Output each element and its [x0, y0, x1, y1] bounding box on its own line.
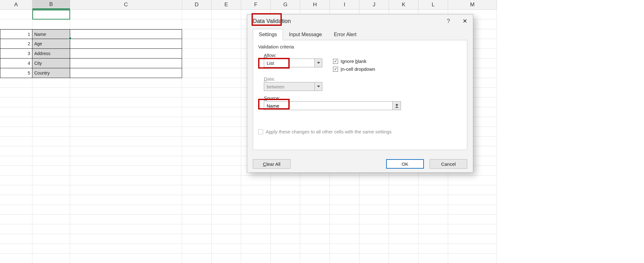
cell-B2[interactable]: [32, 20, 70, 29]
cell-C19[interactable]: [70, 185, 182, 195]
cell-E8[interactable]: [212, 78, 241, 88]
cell-B4[interactable]: Age: [32, 39, 70, 49]
cell-G18[interactable]: [271, 176, 300, 185]
cell-E26[interactable]: [212, 254, 241, 263]
cell-D26[interactable]: [182, 254, 212, 263]
cell-C10[interactable]: [70, 98, 182, 107]
cell-J24[interactable]: [359, 234, 389, 244]
cell-K19[interactable]: [389, 185, 419, 195]
cell-G20[interactable]: [271, 195, 300, 205]
cell-C12[interactable]: [70, 117, 182, 127]
cell-C5[interactable]: [70, 49, 182, 59]
col-header-H[interactable]: H: [300, 0, 330, 9]
col-header-G[interactable]: G: [271, 0, 300, 9]
cell-H18[interactable]: [300, 176, 330, 185]
cell-L18[interactable]: [419, 176, 448, 185]
cell-B12[interactable]: [32, 117, 70, 127]
cell-L25[interactable]: [419, 244, 448, 254]
cell-G21[interactable]: [271, 205, 300, 215]
cell-L20[interactable]: [419, 195, 448, 205]
cell-D25[interactable]: [182, 244, 212, 254]
cell-D4[interactable]: [182, 39, 212, 49]
cell-C25[interactable]: [70, 244, 182, 254]
cell-C22[interactable]: [70, 215, 182, 224]
col-header-C[interactable]: C: [70, 0, 182, 9]
cell-C13[interactable]: [70, 127, 182, 137]
cell-E11[interactable]: [212, 107, 241, 117]
cell-J25[interactable]: [359, 244, 389, 254]
cell-G22[interactable]: [271, 215, 300, 224]
cell-G26[interactable]: [271, 254, 300, 263]
cell-D15[interactable]: [182, 146, 212, 156]
cell-J26[interactable]: [359, 254, 389, 263]
in-cell-dropdown-checkbox[interactable]: ✓ In-cell dropdown: [333, 66, 375, 72]
col-header-J[interactable]: J: [359, 0, 389, 9]
cell-K18[interactable]: [389, 176, 419, 185]
cell-E10[interactable]: [212, 98, 241, 107]
cell-M19[interactable]: [448, 185, 497, 195]
help-icon[interactable]: ?: [447, 18, 450, 25]
cell-I26[interactable]: [330, 254, 359, 263]
col-header-D[interactable]: D: [182, 0, 212, 9]
cell-A16[interactable]: [0, 156, 32, 166]
range-picker-icon[interactable]: [393, 101, 401, 110]
cell-J23[interactable]: [359, 224, 389, 234]
cell-M22[interactable]: [448, 215, 497, 224]
cell-M18[interactable]: [448, 176, 497, 185]
cell-A20[interactable]: [0, 195, 32, 205]
cell-A8[interactable]: [0, 78, 32, 88]
chevron-down-icon[interactable]: [314, 59, 322, 67]
cell-E24[interactable]: [212, 234, 241, 244]
cell-A5[interactable]: 3: [0, 49, 32, 59]
cell-A7[interactable]: 5: [0, 68, 32, 78]
cell-B6[interactable]: City: [32, 59, 70, 68]
cell-H22[interactable]: [300, 215, 330, 224]
cell-B26[interactable]: [32, 254, 70, 263]
cell-E7[interactable]: [212, 68, 241, 78]
cell-J21[interactable]: [359, 205, 389, 215]
cell-D12[interactable]: [182, 117, 212, 127]
cell-F23[interactable]: [241, 224, 271, 234]
cell-M20[interactable]: [448, 195, 497, 205]
cell-C8[interactable]: [70, 78, 182, 88]
cell-A3[interactable]: 1: [0, 29, 32, 39]
cell-E9[interactable]: [212, 88, 241, 98]
ignore-blank-checkbox[interactable]: ✓ Ignore blank: [333, 59, 375, 64]
cell-D18[interactable]: [182, 176, 212, 185]
cell-C26[interactable]: [70, 254, 182, 263]
cell-C1[interactable]: [70, 10, 182, 20]
cell-G25[interactable]: [271, 244, 300, 254]
cell-E18[interactable]: [212, 176, 241, 185]
cell-E23[interactable]: [212, 224, 241, 234]
cell-D17[interactable]: [182, 166, 212, 176]
cell-C7[interactable]: [70, 68, 182, 78]
cell-C21[interactable]: [70, 205, 182, 215]
cell-D19[interactable]: [182, 185, 212, 195]
cell-F22[interactable]: [241, 215, 271, 224]
cell-I18[interactable]: [330, 176, 359, 185]
cell-G19[interactable]: [271, 185, 300, 195]
cell-E22[interactable]: [212, 215, 241, 224]
cell-G24[interactable]: [271, 234, 300, 244]
cell-F25[interactable]: [241, 244, 271, 254]
cell-B22[interactable]: [32, 215, 70, 224]
cell-K21[interactable]: [389, 205, 419, 215]
cell-K23[interactable]: [389, 224, 419, 234]
cell-E3[interactable]: [212, 29, 241, 39]
cell-D11[interactable]: [182, 107, 212, 117]
cell-A21[interactable]: [0, 205, 32, 215]
cell-A25[interactable]: [0, 244, 32, 254]
cell-I25[interactable]: [330, 244, 359, 254]
cell-E14[interactable]: [212, 137, 241, 146]
cell-I22[interactable]: [330, 215, 359, 224]
col-header-K[interactable]: K: [389, 0, 419, 9]
cell-D3[interactable]: [182, 29, 212, 39]
cell-H20[interactable]: [300, 195, 330, 205]
cell-K24[interactable]: [389, 234, 419, 244]
cell-F20[interactable]: [241, 195, 271, 205]
cell-H25[interactable]: [300, 244, 330, 254]
cell-L22[interactable]: [419, 215, 448, 224]
clear-all-button[interactable]: Clear All: [253, 159, 291, 169]
cell-D16[interactable]: [182, 156, 212, 166]
cell-H21[interactable]: [300, 205, 330, 215]
